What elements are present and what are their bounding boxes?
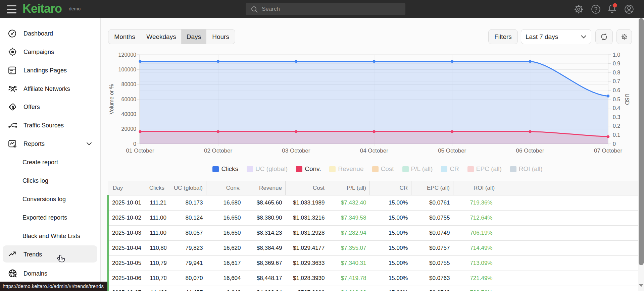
svg-text:0.2: 0.2 bbox=[613, 123, 620, 129]
svg-text:03 October: 03 October bbox=[282, 148, 310, 154]
svg-text:100000: 100000 bbox=[118, 67, 136, 72]
svg-text:USD: USD bbox=[624, 94, 630, 105]
svg-text:0.9: 0.9 bbox=[613, 61, 620, 66]
svg-text:0.1: 0.1 bbox=[613, 132, 620, 138]
svg-text:0.3: 0.3 bbox=[613, 114, 620, 120]
svg-text:Volume or %: Volume or % bbox=[109, 84, 114, 115]
svg-text:02 October: 02 October bbox=[204, 148, 232, 154]
svg-text:07 October: 07 October bbox=[594, 148, 622, 154]
svg-text:60000: 60000 bbox=[121, 97, 137, 102]
svg-text:04 October: 04 October bbox=[360, 148, 388, 154]
svg-text:120000: 120000 bbox=[118, 52, 136, 58]
svg-text:0.5: 0.5 bbox=[613, 97, 620, 102]
svg-text:1.0: 1.0 bbox=[613, 52, 620, 58]
svg-text:0: 0 bbox=[613, 141, 616, 147]
svg-text:05 October: 05 October bbox=[438, 148, 466, 154]
svg-text:40000: 40000 bbox=[121, 111, 137, 117]
svg-text:0.7: 0.7 bbox=[613, 78, 620, 84]
svg-text:0.4: 0.4 bbox=[613, 105, 620, 111]
svg-text:0.8: 0.8 bbox=[613, 70, 620, 75]
svg-text:06 October: 06 October bbox=[516, 148, 544, 154]
svg-text:20000: 20000 bbox=[121, 126, 137, 132]
svg-text:0.6: 0.6 bbox=[613, 88, 620, 93]
svg-text:80000: 80000 bbox=[121, 81, 137, 87]
svg-text:01 October: 01 October bbox=[126, 148, 154, 154]
svg-text:0: 0 bbox=[133, 141, 136, 147]
